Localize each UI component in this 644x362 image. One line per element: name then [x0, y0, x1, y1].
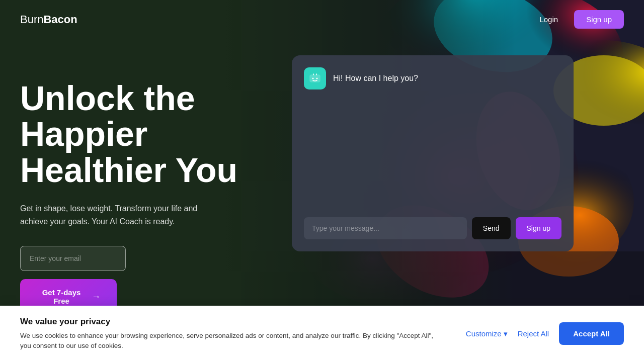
header: BurnBacon Login Sign up	[0, 0, 644, 39]
chat-send-button[interactable]: Send	[472, 217, 511, 239]
svg-point-14	[312, 78, 314, 79]
cookie-text-area: We value your privacy We use cookies to …	[20, 317, 446, 351]
customize-button[interactable]: Customize ▾	[466, 329, 508, 338]
svg-point-15	[316, 78, 318, 79]
hero-subtitle: Get in shape, lose weight. Transform you…	[20, 202, 201, 228]
logo: BurnBacon	[20, 13, 77, 26]
chat-header: Hi! How can I help you?	[304, 67, 561, 89]
chat-footer: Send Sign up	[304, 217, 561, 239]
hero-title: Unlock the Happier Healthier You	[20, 80, 262, 188]
cookie-banner: We value your privacy We use cookies to …	[0, 306, 644, 363]
nav-buttons: Login Sign up	[529, 10, 624, 29]
accept-all-button[interactable]: Accept All	[559, 322, 624, 345]
chat-bot-icon	[304, 67, 326, 89]
chat-signup-button[interactable]: Sign up	[516, 217, 561, 239]
cta-label: Get 7-days Free	[36, 288, 87, 305]
customize-chevron-icon: ▾	[504, 329, 508, 338]
logo-text-bold: Bacon	[43, 13, 77, 26]
chat-widget: Hi! How can I help you? Send Sign up	[292, 55, 574, 251]
chat-greeting: Hi! How can I help you?	[333, 74, 418, 83]
customize-label: Customize	[466, 329, 502, 338]
chat-message-input[interactable]	[304, 217, 467, 239]
cookie-title: We value your privacy	[20, 317, 446, 327]
login-button[interactable]: Login	[529, 10, 568, 29]
chat-body	[304, 98, 561, 217]
nav-signup-button[interactable]: Sign up	[574, 10, 624, 29]
cta-arrow-icon: →	[92, 292, 101, 302]
logo-text-light: Burn	[20, 13, 43, 26]
reject-all-button[interactable]: Reject All	[518, 329, 549, 338]
cookie-description: We use cookies to enhance your browsing …	[20, 331, 446, 351]
cookie-buttons: Customize ▾ Reject All Accept All	[466, 322, 624, 345]
email-input[interactable]	[20, 246, 126, 271]
